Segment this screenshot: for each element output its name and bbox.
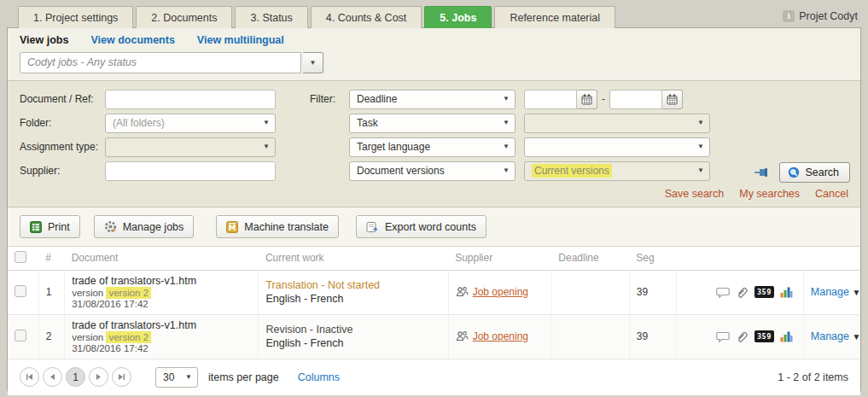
document-name: trade of translators-v1.htm bbox=[72, 275, 251, 287]
calendar-to-button[interactable] bbox=[662, 90, 683, 109]
row-checkbox[interactable] bbox=[15, 330, 26, 342]
tab-project-settings[interactable]: 1. Project settings bbox=[18, 6, 133, 28]
subnav-view-multilingual[interactable]: View multilingual bbox=[197, 34, 284, 46]
calendar-from-button[interactable] bbox=[577, 90, 597, 109]
statistics-chart-icon[interactable] bbox=[780, 286, 793, 298]
label-supplier: Supplier: bbox=[20, 165, 105, 177]
print-button[interactable]: Print bbox=[20, 215, 80, 238]
document-ref-input[interactable] bbox=[105, 90, 276, 109]
chevron-down-icon: ▼ bbox=[310, 60, 317, 67]
document-version: version version 2 bbox=[72, 332, 251, 342]
column-header-document: Document bbox=[65, 247, 259, 270]
comment-icon[interactable] bbox=[716, 331, 730, 342]
columns-link[interactable]: Columns bbox=[298, 371, 340, 383]
job-opening-link[interactable]: Job opening bbox=[473, 286, 528, 298]
deadline-to-input[interactable] bbox=[609, 90, 662, 109]
saved-search-value[interactable]: Codyt jobs - Any status bbox=[20, 52, 301, 73]
gear-icon bbox=[104, 220, 117, 233]
date-range-separator: - bbox=[602, 93, 605, 105]
attachment-icon[interactable] bbox=[736, 330, 749, 343]
cancel-link[interactable]: Cancel bbox=[815, 188, 848, 200]
manage-button[interactable]: Manage ▼ bbox=[811, 286, 861, 298]
label-document-ref: Document / Ref: bbox=[20, 93, 105, 105]
page-size-select[interactable]: 30▼ bbox=[155, 367, 198, 388]
search-icon bbox=[788, 166, 800, 178]
row-number: 2 bbox=[38, 314, 64, 359]
export-word-counts-button[interactable]: Export word counts bbox=[356, 215, 486, 238]
next-page-button[interactable] bbox=[89, 367, 108, 387]
info-icon[interactable]: i bbox=[783, 10, 795, 22]
attachment-icon[interactable] bbox=[736, 286, 749, 299]
chevron-down-icon: ▼ bbox=[852, 288, 860, 297]
manage-button[interactable]: Manage ▼ bbox=[811, 330, 861, 342]
save-search-link[interactable]: Save search bbox=[665, 188, 724, 200]
document-date: 31/08/2016 17:42 bbox=[72, 299, 251, 309]
task-value-select[interactable]: ▼ bbox=[524, 114, 710, 133]
target-language-value-select[interactable]: ▼ bbox=[524, 137, 710, 157]
machine-translate-button[interactable]: M Machine translate bbox=[216, 215, 339, 238]
segment-count: 39 bbox=[629, 270, 677, 314]
search-button[interactable]: Search bbox=[779, 162, 850, 183]
comment-icon[interactable] bbox=[716, 287, 730, 298]
chevron-down-icon: ▼ bbox=[503, 167, 510, 174]
subnav-view-documents[interactable]: View documents bbox=[90, 34, 174, 46]
tab-documents[interactable]: 2. Documents bbox=[136, 6, 232, 28]
column-header-deadline: Deadline bbox=[551, 247, 629, 270]
group-icon bbox=[456, 286, 469, 298]
chevron-down-icon: ▼ bbox=[503, 143, 510, 150]
print-spreadsheet-icon bbox=[30, 221, 42, 233]
filter-select-document-versions[interactable]: Document versions▼ bbox=[349, 161, 516, 181]
saved-search-dropdown-button[interactable]: ▼ bbox=[303, 52, 323, 73]
work-status: Revision - Inactive bbox=[265, 324, 440, 336]
last-page-button[interactable] bbox=[112, 367, 131, 387]
job-opening-link[interactable]: Job opening bbox=[473, 330, 528, 342]
group-icon bbox=[456, 330, 469, 342]
column-header-supplier: Supplier bbox=[448, 247, 551, 270]
statistics-chart-icon[interactable] bbox=[780, 330, 793, 342]
tab-counts-cost[interactable]: 4. Counts & Cost bbox=[311, 6, 422, 28]
tab-reference-material[interactable]: Reference material bbox=[494, 6, 615, 28]
my-searches-link[interactable]: My searches bbox=[739, 188, 800, 200]
word-count-badge[interactable]: 359 bbox=[754, 330, 774, 342]
chevron-down-icon: ▼ bbox=[503, 96, 510, 102]
calendar-icon bbox=[581, 94, 592, 105]
chevron-down-icon: ▼ bbox=[263, 143, 270, 150]
pagination-bar: 1 30▼ items per page Columns 1 - 2 of 2 … bbox=[8, 359, 860, 395]
first-page-button[interactable] bbox=[20, 367, 39, 387]
language-pair: English - French bbox=[265, 337, 440, 349]
filter-select-deadline[interactable]: Deadline▼ bbox=[349, 90, 516, 109]
document-versions-value-select[interactable]: Current versions▼ bbox=[524, 161, 710, 181]
tab-status[interactable]: 3. Status bbox=[235, 6, 307, 28]
jobs-table: # Document Current work Supplier Deadlin… bbox=[8, 247, 860, 359]
label-assignment-type: Assignment type: bbox=[20, 141, 105, 153]
manage-jobs-button[interactable]: Manage jobs bbox=[94, 215, 195, 238]
chevron-down-icon: ▼ bbox=[503, 120, 510, 126]
filter-select-task[interactable]: Task▼ bbox=[349, 114, 516, 133]
deadline-from-input[interactable] bbox=[524, 90, 577, 109]
export-document-icon bbox=[366, 221, 379, 233]
assignment-type-select[interactable]: ▼ bbox=[105, 137, 276, 157]
select-all-checkbox[interactable] bbox=[15, 251, 26, 263]
subnav-view-jobs[interactable]: View jobs bbox=[20, 34, 68, 46]
saved-search-row: Codyt jobs - Any status ▼ bbox=[8, 50, 860, 80]
highlighted-version: version 2 bbox=[106, 287, 151, 299]
table-row: 1 trade of translators-v1.htm version ve… bbox=[8, 270, 860, 314]
previous-page-button[interactable] bbox=[43, 367, 62, 387]
word-count-badge[interactable]: 359 bbox=[754, 286, 774, 298]
project-info: i Projet Codyt bbox=[783, 10, 861, 28]
pin-icon[interactable] bbox=[754, 167, 769, 178]
column-header-current-work: Current work bbox=[259, 247, 448, 270]
project-name: Projet Codyt bbox=[799, 10, 858, 22]
svg-text:M: M bbox=[229, 223, 236, 231]
supplier-input[interactable] bbox=[105, 161, 276, 181]
tab-jobs[interactable]: 5. Jobs bbox=[424, 6, 492, 28]
row-number: 1 bbox=[38, 270, 64, 314]
filter-select-target-language[interactable]: Target language▼ bbox=[349, 137, 516, 157]
row-checkbox[interactable] bbox=[15, 285, 26, 297]
folder-select[interactable]: (All folders)▼ bbox=[105, 114, 276, 133]
items-range-label: 1 - 2 of 2 items bbox=[778, 371, 848, 383]
table-header-row: # Document Current work Supplier Deadlin… bbox=[8, 247, 860, 270]
chevron-down-icon: ▼ bbox=[852, 332, 860, 342]
page-number-button[interactable]: 1 bbox=[66, 367, 85, 387]
main-tab-strip: 1. Project settings 2. Documents 3. Stat… bbox=[7, 0, 861, 28]
